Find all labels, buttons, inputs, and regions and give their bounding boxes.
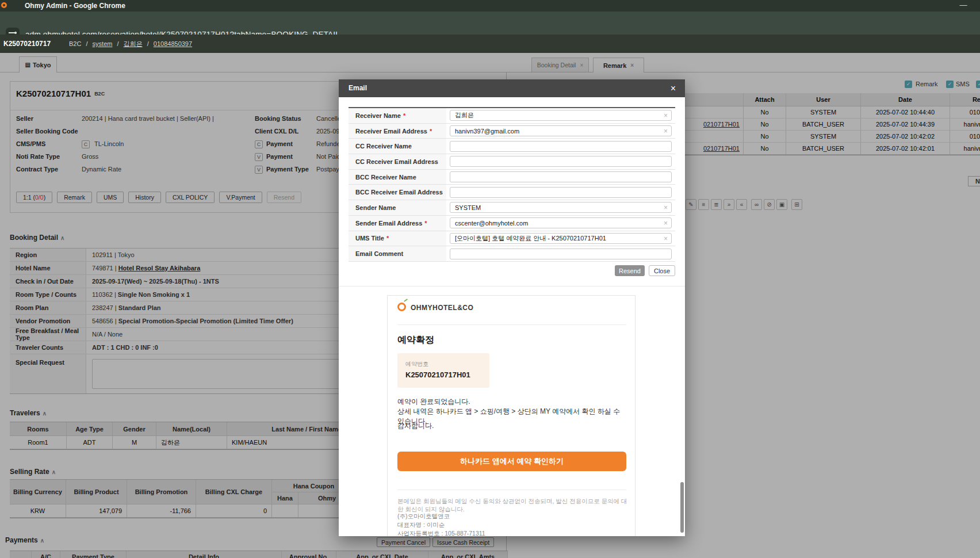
modal-divider: [339, 286, 685, 286]
ums-title-input[interactable]: [450, 233, 672, 244]
email-form: Receiver Name* × Receiver Email Address*…: [349, 107, 675, 262]
clear-icon[interactable]: ×: [664, 112, 668, 120]
field-label: Sender Email Address: [355, 220, 422, 227]
modal-scrollbar[interactable]: [680, 482, 684, 533]
required-mark: *: [386, 235, 389, 242]
company-ceo: 대표자명 : 이미순: [397, 521, 445, 529]
modal-header: Email ×: [339, 79, 685, 97]
required-mark: *: [430, 128, 432, 135]
modal-close-button[interactable]: Close: [649, 265, 675, 276]
booking-number-value: K25070210717H01: [405, 370, 470, 379]
booking-number-label: 예약번호: [405, 360, 428, 368]
window-title: Ohmy Admin - Google Chrome: [25, 0, 125, 12]
email-comment-input[interactable]: [450, 249, 672, 259]
field-label: UMS Title: [355, 235, 384, 242]
breadcrumb-bar: K25070210717 B2C / system / 김희은 / 010848…: [0, 35, 980, 53]
form-row-receiver-email: Receiver Email Address* ×: [349, 124, 675, 139]
sender-name-input[interactable]: [450, 202, 672, 213]
ohmy-favicon-icon: [1, 2, 7, 8]
receiver-name-input[interactable]: [450, 110, 672, 121]
booking-number-box: 예약번호 K25070210717H01: [397, 353, 489, 388]
field-label: Receiver Name: [355, 112, 401, 119]
field-label: CC Receiver Email Address: [355, 158, 438, 165]
field-label: Receiver Email Address: [355, 128, 427, 135]
minimize-button[interactable]: —: [954, 0, 973, 10]
brand-wordmark: OHMYHOTEL&CO: [411, 304, 473, 312]
browser-titlebar: Ohmy Admin - Google Chrome —: [0, 0, 980, 12]
breadcrumb-sep: /: [147, 40, 149, 47]
preview-divider: [397, 324, 626, 325]
close-icon[interactable]: ×: [671, 79, 676, 97]
form-row-bcc-name: BCC Receiver Name: [349, 170, 675, 185]
logo-leaf-icon: [404, 299, 408, 302]
form-row-receiver-name: Receiver Name* ×: [349, 108, 675, 124]
modal-title: Email: [349, 79, 367, 97]
modal-resend-button[interactable]: Resend: [615, 265, 645, 276]
form-row-cc-email: CC Receiver Email Address: [349, 154, 675, 170]
breadcrumb-booking-code: K25070210717: [3, 35, 51, 53]
clear-icon[interactable]: ×: [664, 235, 668, 243]
form-row-ums-title: UMS Title* ×: [349, 231, 675, 247]
preview-divider: [397, 490, 626, 490]
clear-icon[interactable]: ×: [664, 204, 668, 212]
field-label: Email Comment: [355, 250, 403, 257]
breadcrumb-channel: B2C: [69, 40, 81, 47]
email-modal: Email × Receiver Name* × Receiver Email …: [339, 79, 685, 536]
breadcrumb-link-guest-name[interactable]: 김희은: [124, 40, 143, 47]
screen: Ohmy Admin - Google Chrome — adm.ohmyhot…: [0, 0, 980, 558]
form-row-email-comment: Email Comment: [349, 246, 675, 262]
required-mark: *: [424, 220, 427, 227]
ohmyhotel-logo-icon: [397, 303, 406, 311]
form-row-bcc-email: BCC Receiver Email Address: [349, 185, 675, 200]
email-preview-card: OHMYHOTEL&CO 예약확정 예약번호 K25070210717H01 예…: [387, 295, 636, 536]
company-name: (주)오마이호텔앤코: [397, 513, 450, 521]
required-mark: *: [403, 112, 405, 119]
form-row-sender-name: Sender Name ×: [349, 200, 675, 216]
clear-icon[interactable]: ×: [664, 219, 668, 227]
form-row-sender-email: Sender Email Address* ×: [349, 216, 675, 231]
bcc-receiver-email-input[interactable]: [450, 187, 672, 198]
field-label: Sender Name: [355, 204, 396, 211]
cc-receiver-name-input[interactable]: [450, 141, 672, 152]
cc-receiver-email-input[interactable]: [450, 156, 672, 167]
preview-heading: 예약확정: [397, 334, 434, 346]
form-row-cc-name: CC Receiver Name: [349, 139, 675, 154]
clear-icon[interactable]: ×: [664, 127, 668, 135]
breadcrumb: B2C / system / 김희은 / 01084850397: [69, 35, 195, 53]
field-label: BCC Receiver Email Address: [355, 189, 443, 196]
sender-email-input[interactable]: [450, 217, 672, 228]
breadcrumb-link-system[interactable]: system: [93, 40, 113, 47]
preview-body-line1: 예약이 완료되었습니다.: [397, 397, 627, 407]
breadcrumb-sep: /: [117, 40, 119, 47]
breadcrumb-sep: /: [86, 40, 87, 47]
field-label: BCC Receiver Name: [355, 174, 416, 181]
field-label: CC Receiver Name: [355, 143, 412, 150]
preview-thanks: 감사합니다.: [397, 421, 434, 431]
breadcrumb-link-phone[interactable]: 01084850397: [154, 40, 192, 47]
company-biz-no: 사업자등록번호 : 105-887-71311: [397, 530, 485, 536]
hanacard-cta-button[interactable]: 하나카드 앱에서 예약 확인하기: [397, 452, 626, 471]
bcc-receiver-name-input[interactable]: [450, 171, 672, 182]
browser-urlbar: adm.ohmyhotel.com/reservation/hotel/K250…: [0, 12, 980, 35]
preview-disclaimer: 본메일은 회원님들의 메일 수신 동의와 상관없이 전송되며, 발신 전용이므로…: [397, 498, 627, 514]
receiver-email-input[interactable]: [450, 125, 672, 136]
